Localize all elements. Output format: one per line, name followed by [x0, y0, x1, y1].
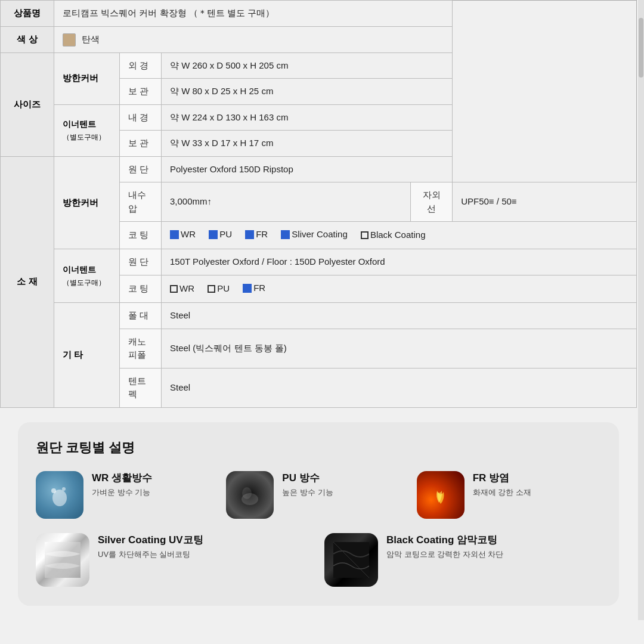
bogwan1-label: 보 관: [120, 79, 162, 105]
spec-table: 상품명 로티캠프 빅스퀘어 커버 확장형 （＊텐트 별도 구매） 색 상 탄색 …: [0, 0, 637, 408]
product-name-row: 상품명 로티캠프 빅스퀘어 커버 확장형 （＊텐트 별도 구매）: [1, 1, 637, 27]
product-name-header: 상품명: [1, 1, 54, 27]
inner-wondan-row: 이너텐트 （별도구매） 원 단 150T Polyester Oxford / …: [1, 249, 637, 275]
naegyeong-label: 내 경: [120, 104, 162, 131]
uv-value: UPF50≡ / 50≡: [453, 182, 637, 222]
color-swatch: [63, 33, 76, 47]
naesu-label: 내수압: [120, 182, 162, 222]
inner-label-main: 이너텐트: [63, 119, 96, 129]
coating-top-grid: WR 생활방수 가벼운 방수 기능 PU 방수 높은 방수 기능: [36, 471, 601, 519]
svg-point-1: [51, 488, 56, 493]
size-oegyeong-row: 사이즈 방한커버 외 경 약 W 260 x D 500 x H 205 cm: [1, 52, 637, 79]
svg-rect-5: [45, 542, 80, 578]
material-wondan-row: 소 재 방한커버 원 단 Polyester Oxford 150D Ripst…: [1, 156, 637, 182]
oegyeong-label: 외 경: [120, 52, 162, 79]
silver-badge: [281, 230, 290, 239]
black-badge: [361, 231, 369, 239]
wr-desc: 가벼운 방수 기능: [92, 487, 152, 498]
color-label: 탄색: [82, 34, 100, 44]
pol-dae-value: Steel: [162, 303, 637, 329]
wr-title: WR 생활방수: [92, 471, 152, 485]
inner-pu-badge: [208, 285, 215, 293]
svg-point-2: [62, 487, 66, 491]
inner-fr-badge: [243, 284, 252, 293]
coating-bottom-grid: Silver Coating UV코팅 UV를 차단해주는 실버코팅: [36, 533, 601, 587]
silver-image: [36, 533, 89, 587]
other-label: 기 타: [54, 303, 120, 408]
pu-card: PU 방수 높은 방수 기능: [226, 471, 410, 519]
wr-coating: WR: [170, 228, 196, 242]
fr-title: FR 방염: [473, 471, 531, 485]
inner-pu-coating: PU: [208, 282, 230, 296]
coating-section-title: 원단 코팅별 설명: [36, 439, 601, 457]
banghan-cover-size-label: 방한커버: [54, 52, 120, 104]
coating-label: 코 팅: [120, 222, 162, 249]
silver-icon: [45, 542, 80, 578]
silver-text: Silver Coating UV코팅 UV를 차단해주는 실버코팅: [98, 533, 203, 560]
black-title: Black Coating 암막코팅: [386, 533, 503, 547]
silver-coating: Sliver Coating: [281, 228, 347, 242]
fr-coating: FR: [245, 228, 268, 242]
fr-image: [417, 471, 465, 519]
canopy-label: 캐노피폴: [120, 329, 162, 368]
silver-card: Silver Coating UV코팅 UV를 차단해주는 실버코팅: [36, 533, 312, 587]
wr-icon: [45, 480, 75, 510]
inner-coating-label: 코 팅: [120, 275, 162, 302]
pol-dae-label: 폴 대: [120, 303, 162, 329]
tentpeg-value: Steel: [162, 368, 637, 407]
color-header: 색 상: [1, 26, 54, 52]
size-header: 사이즈: [1, 52, 54, 156]
naegyeong-value: 약 W 224 x D 130 x H 163 cm: [162, 104, 453, 131]
silver-desc: UV를 차단해주는 실버코팅: [98, 549, 203, 560]
wr-card: WR 생활방수 가벼운 방수 기능: [36, 471, 220, 519]
material-header: 소 재: [1, 156, 54, 407]
inner-mat-sub: （별도구매）: [63, 278, 106, 287]
inner-wr-badge: [170, 285, 178, 293]
inner-wondan-value: 150T Polyester Oxford / Floor : 150D Pol…: [162, 249, 637, 275]
pu-image: [226, 471, 274, 519]
inner-wr-coating: WR: [170, 282, 194, 296]
inner-material-label: 이너텐트 （별도구매）: [54, 249, 120, 303]
bogwan2-label: 보 관: [120, 131, 162, 157]
silver-title: Silver Coating UV코팅: [98, 533, 203, 547]
pol-dae-row: 기 타 폴 대 Steel: [1, 303, 637, 329]
wondan-label: 원 단: [120, 156, 162, 182]
inner-fr-coating: FR: [243, 281, 265, 295]
wr-badge: [170, 230, 179, 239]
uv-label: 자외선: [411, 182, 453, 222]
wr-text: WR 생활방수 가벼운 방수 기능: [92, 471, 152, 498]
oegyeong-value: 약 W 260 x D 500 x H 205 cm: [162, 52, 453, 79]
fr-text: FR 방염 화재에 강한 소재: [473, 471, 531, 498]
inner-mat-main: 이너텐트: [63, 265, 96, 274]
wondan-value: Polyester Oxford 150D Ripstop: [162, 156, 453, 182]
inner-tent-size-label: 이너텐트 （별도구매）: [54, 104, 120, 156]
black-icon: [333, 542, 369, 578]
fr-card: FR 방염 화재에 강한 소재: [417, 471, 601, 519]
pu-title: PU 방수: [282, 471, 333, 485]
color-value: 탄색: [54, 26, 453, 52]
coating-explanation-section: 원단 코팅별 설명 WR 생활방수 가벼운 방수 기능: [18, 422, 619, 606]
pu-icon: [235, 480, 265, 510]
canopy-value: Steel (빅스퀘어 텐트 동봉 폴): [162, 329, 637, 368]
fr-desc: 화재에 강한 소재: [473, 487, 531, 498]
banghan-material-label: 방한커버: [54, 156, 120, 249]
pu-coating: PU: [209, 228, 232, 242]
svg-point-4: [242, 487, 252, 499]
black-text: Black Coating 암막코팅 암막 코팅으로 강력한 자외선 차단: [386, 533, 503, 560]
coating-value: WR PU FR Sliver Coating Black Coating: [162, 222, 637, 249]
tentpeg-label: 텐트펙: [120, 368, 162, 407]
bogwan1-value: 약 W 80 x D 25 x H 25 cm: [162, 79, 453, 105]
size-naegyeong-row: 이너텐트 （별도구매） 내 경 약 W 224 x D 130 x H 163 …: [1, 104, 637, 131]
product-name-value: 로티캠프 빅스퀘어 커버 확장형 （＊텐트 별도 구매）: [54, 1, 453, 27]
naesu-value: 3,000mm↑: [162, 182, 411, 222]
wr-image: [36, 471, 83, 519]
fr-icon: [426, 480, 456, 510]
inner-wondan-label: 원 단: [120, 249, 162, 275]
inner-coating-value: WR PU FR: [162, 275, 637, 302]
pu-desc: 높은 방수 기능: [282, 487, 333, 498]
pu-text: PU 방수 높은 방수 기능: [282, 471, 333, 498]
fr-badge: [245, 230, 254, 239]
black-image: [324, 533, 378, 587]
pu-badge: [209, 230, 218, 239]
black-card: Black Coating 암막코팅 암막 코팅으로 강력한 자외선 차단: [324, 533, 601, 587]
